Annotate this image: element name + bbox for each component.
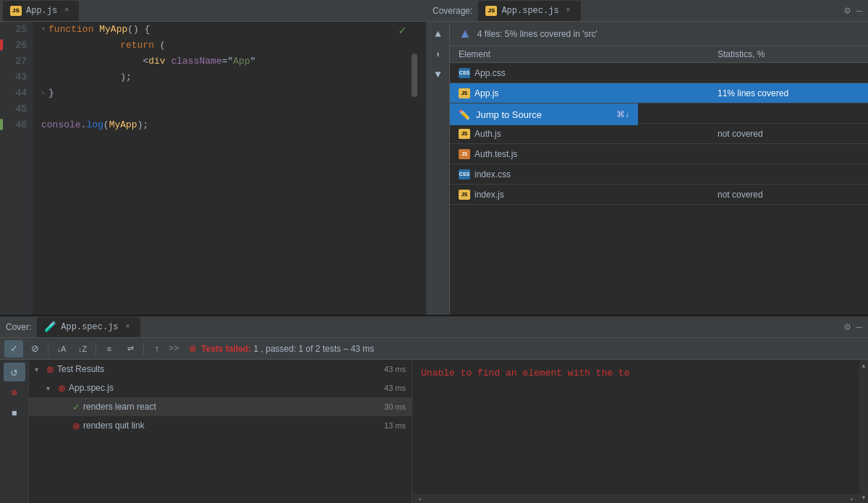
editor-tab-bar: JS App.js × [0, 0, 426, 22]
bottom-toolbar-right: ⚙ — [844, 321, 862, 333]
editor-tab-close[interactable]: × [61, 6, 72, 16]
toolbar-ban-btn[interactable]: ⊘ [25, 340, 44, 358]
table-row-indexcss[interactable]: CSS index.css [450, 164, 868, 185]
coverage-table: Element Statistics, % CSS App.css [450, 46, 868, 205]
test-tree-quit-link[interactable]: ⊗ renders quit link 13 ms [29, 416, 412, 435]
line-num-26: 26 [6, 38, 27, 54]
cover-tab-appspec[interactable]: 🧪 App.spec.js × [37, 317, 140, 337]
table-row-indexjs[interactable]: JS index.js not covered [450, 185, 868, 205]
console-obj: console [41, 117, 81, 133]
punct-paren-open: ( [103, 117, 109, 133]
passed-count: 1 [299, 344, 304, 354]
punct-43: ); [120, 69, 132, 85]
bottom-area: Cover: 🧪 App.spec.js × ⚙ — ✓ ⊘ ↓A ↓Z ≡ ⇌… [0, 315, 868, 503]
sidebar-rerun-btn[interactable]: ↺ [4, 363, 25, 381]
test-tree-root[interactable]: ▾ ⊗ Test Results 43 ms [29, 360, 412, 379]
bottom-tab-bar: Cover: 🧪 App.spec.js × ⚙ — [0, 316, 868, 338]
toolbar-sort-desc-btn[interactable]: ↓Z [73, 340, 92, 358]
toolbar-more[interactable]: >> [169, 344, 179, 354]
toolbar-align-center-btn[interactable]: ≡ [100, 340, 119, 358]
sidebar-error-btn[interactable]: ⊗ [4, 383, 25, 402]
scroll-thumb[interactable] [861, 373, 867, 490]
coverage-tab-label: App.spec.js [501, 6, 558, 16]
output-panel: Unable to find an element with the te ▲ … [412, 360, 868, 503]
nav-down-btn[interactable]: ▼ [429, 65, 448, 84]
jump-to-source-label: Jump to Source [476, 109, 542, 120]
nav-up-btn[interactable]: ▲ [429, 25, 448, 43]
line-num-45: 45 [6, 101, 27, 117]
punct-eq: =" [222, 54, 234, 69]
js-icon-appjs: JS [459, 88, 470, 98]
hscroll-left-btn[interactable]: ◂ [415, 494, 424, 503]
table-row-authtestjs[interactable]: JS Auth.test.js [450, 144, 868, 164]
error-icon: ⊗ [189, 342, 196, 356]
table-row-appcss[interactable]: CSS App.css [450, 63, 868, 83]
checkmark-icon: ✓ [399, 23, 406, 39]
toolbar-align-justify-btn[interactable]: ⇌ [121, 340, 140, 358]
line-indicator-green [0, 119, 3, 130]
nav-arrows: ▲ ⬆ ▼ [427, 22, 450, 315]
toolbar-arrow-up-btn[interactable]: ↑ [148, 340, 166, 358]
jump-to-source-item[interactable]: ✏️ Jump to Source ⌘↓ [450, 103, 638, 125]
failed-count: 1 [254, 344, 259, 354]
hscroll-right-btn[interactable]: ▸ [848, 494, 856, 503]
learn-react-label: renders learn react [83, 402, 156, 412]
cover-tab-close[interactable]: × [123, 322, 133, 332]
test-tree-appspec[interactable]: ▾ ⊗ App.spec.js 43 ms [29, 379, 412, 397]
top-area: JS App.js × 25 26 27 43 44 45 46 [0, 0, 868, 315]
js-file-icon: JS [10, 6, 22, 16]
nav-export-btn[interactable]: ⬆ [429, 45, 448, 64]
coverage-summary: ▲ 4 files: 5% lines covered in 'src' [450, 22, 868, 46]
cover-label: Cover: [6, 322, 31, 332]
attr-classname: className [171, 54, 221, 69]
quit-link-label: renders quit link [83, 420, 145, 431]
output-scrollbar-v[interactable]: ▲ ▼ [859, 360, 868, 503]
punct-paren-close: ); [137, 117, 149, 133]
table-row-appjs[interactable]: JS App.js 11% lines covered ✏️ Jump to S… [450, 83, 868, 103]
bottom-gear-icon[interactable]: ⚙ [844, 321, 850, 333]
col-header-stats: Statistics, % [709, 46, 868, 62]
table-row-authjs[interactable]: JS Auth.js not covered [450, 124, 868, 144]
summary-text: 4 files: 5% lines covered in 'src' [477, 29, 597, 39]
coverage-content: ▲ 4 files: 5% lines covered in 'src' Ele… [450, 22, 868, 315]
toolbar-sort-asc-btn[interactable]: ↓A [52, 340, 71, 358]
stats-indexjs: not covered [709, 190, 868, 200]
stats-authjs: not covered [709, 129, 868, 139]
bottom-minimize-icon[interactable]: — [856, 321, 862, 333]
gear-icon[interactable]: ⚙ [844, 4, 850, 17]
edit-icon: ✏️ [459, 109, 470, 120]
up-arrow-icon: ▲ [459, 26, 472, 41]
fold-icon-44[interactable]: ▹ [41, 85, 46, 101]
total-count: 2 [315, 344, 320, 354]
toolbar-sep-1 [48, 342, 48, 355]
sidebar-stop-btn[interactable]: ◼ [4, 403, 25, 422]
toolbar-check-btn[interactable]: ✓ [4, 340, 23, 358]
coverage-tab-close[interactable]: × [563, 6, 574, 16]
status-error-quit: ⊗ [72, 420, 80, 431]
coverage-tab-appspec[interactable]: JS App.spec.js × [478, 1, 580, 21]
minimize-icon[interactable]: — [856, 5, 862, 17]
file-entry-appjs: JS App.js [450, 88, 709, 98]
scroll-up-btn[interactable]: ▲ [859, 360, 868, 371]
expand-arrow-appspec: ▾ [46, 384, 55, 392]
line-numbers: 25 26 27 43 44 45 46 [0, 22, 33, 315]
punct-dot: . [81, 117, 87, 133]
file-entry-appcss: CSS App.css [450, 68, 709, 78]
test-time-quit: 13 ms [384, 421, 406, 430]
col-header-element: Element [450, 46, 709, 62]
editor-tab-label: App.js [26, 6, 57, 16]
punct-26: ( [160, 38, 166, 54]
toolbar-sep-2 [95, 342, 96, 355]
editor-tab-appjs[interactable]: JS App.js × [3, 1, 79, 21]
code-line-45 [41, 101, 417, 117]
scroll-down-btn[interactable]: ▼ [859, 491, 868, 503]
test-tree-learn-react[interactable]: ✓ renders learn react 30 ms [29, 397, 412, 416]
test-results-label: Test Results [57, 364, 104, 374]
bottom-toolbar: ✓ ⊘ ↓A ↓Z ≡ ⇌ ↑ >> ⊗ Tests failed: 1 , p… [0, 338, 868, 360]
punct-quote: " [250, 54, 256, 69]
file-entry-authtestjs: JS Auth.test.js [450, 149, 709, 159]
test-time-learn: 30 ms [384, 402, 406, 411]
line-num-27: 27 [6, 54, 27, 69]
output-scrollbar-h: ◂ ▸ [412, 494, 859, 503]
appspec-label: App.spec.js [69, 383, 114, 393]
